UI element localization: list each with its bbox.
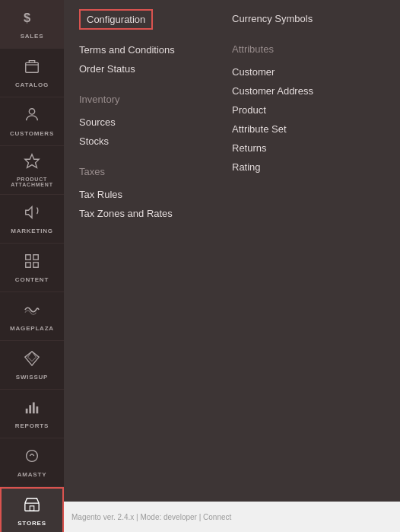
sidebar-item-amasty[interactable]: AMASTY [0, 438, 64, 487]
svg-rect-12 [33, 402, 35, 413]
svg-rect-16 [30, 506, 34, 511]
menu-left-column: Configuration Terms and Conditions Order… [79, 9, 232, 238]
sidebar-item-reports[interactable]: REPORTS [0, 390, 64, 438]
svg-text:$: $ [24, 10, 31, 24]
inventory-section-header: Inventory [79, 94, 232, 105]
taxes-section-header: Taxes [79, 166, 232, 177]
menu-section-currency: Currency Symbols [232, 9, 385, 28]
sidebar-item-content[interactable]: CONTENT [0, 244, 64, 292]
bars-icon [24, 399, 40, 419]
amasty-icon [24, 448, 40, 468]
menu-item-rating[interactable]: Rating [232, 158, 385, 177]
sidebar-item-label: SALES [21, 33, 44, 40]
main-content: Configuration Terms and Conditions Order… [64, 0, 400, 532]
sidebar-item-product-attachment[interactable]: PRODUCT ATTACHMENT [0, 146, 64, 195]
menu-right-column: Currency Symbols Attributes Customer Cus… [232, 9, 385, 238]
svg-rect-10 [26, 408, 28, 413]
menu-item-tax-rules[interactable]: Tax Rules [79, 185, 232, 204]
sidebar-item-label: CONTENT [15, 276, 49, 283]
diamond-icon [24, 350, 40, 371]
sidebar-item-label: AMASTY [17, 471, 47, 478]
menu-item-stocks[interactable]: Stocks [79, 132, 232, 151]
sidebar-item-label: CUSTOMERS [10, 130, 54, 137]
svg-rect-5 [33, 254, 38, 259]
menu-item-terms-conditions[interactable]: Terms and Conditions [79, 40, 232, 59]
person-icon [24, 107, 40, 127]
grid-icon [24, 253, 40, 273]
sidebar-item-label: CATALOG [15, 81, 49, 88]
sidebar-item-stores[interactable]: STORES [0, 487, 64, 532]
sidebar-item-label: PRODUCT ATTACHMENT [3, 177, 61, 187]
sidebar-item-catalog[interactable]: CATALOG [0, 49, 64, 97]
star-icon [24, 153, 40, 174]
sidebar-item-label: MARKETING [11, 228, 53, 234]
svg-marker-8 [25, 351, 39, 365]
menu-item-product[interactable]: Product [232, 100, 385, 119]
menu-item-attribute-set[interactable]: Attribute Set [232, 119, 385, 139]
sidebar-item-mageplaza[interactable]: MAGEPLAZA [0, 292, 64, 341]
svg-rect-15 [25, 503, 39, 511]
menu-item-customer[interactable]: Customer [232, 62, 385, 81]
sidebar-item-label: REPORTS [15, 422, 49, 429]
sidebar: $ SALES CATALOG CUSTOMERS PRODUCT ATTACH… [0, 0, 64, 532]
svg-marker-3 [25, 155, 39, 167]
sidebar-item-label: SWISSUP [16, 374, 49, 381]
sidebar-item-marketing[interactable]: MARKETING [0, 195, 64, 244]
menu-section-inventory: Inventory Sources Stocks [79, 94, 232, 151]
bottom-bar: Magento ver. 2.4.x | Mode: developer | C… [64, 502, 400, 532]
svg-rect-7 [33, 262, 38, 266]
dollar-icon: $ [24, 9, 40, 30]
menu-item-configuration[interactable]: Configuration [79, 9, 153, 30]
attributes-section-header: Attributes [232, 43, 385, 55]
menu-item-returns[interactable]: Returns [232, 139, 385, 158]
wave-icon [24, 301, 40, 322]
sidebar-item-label: MAGEPLAZA [10, 325, 54, 332]
menu-item-order-status[interactable]: Order Status [79, 59, 232, 78]
bottom-bar-text: Magento ver. 2.4.x | Mode: developer | C… [71, 513, 231, 521]
svg-rect-1 [26, 62, 39, 72]
menu-item-currency-symbols[interactable]: Currency Symbols [232, 9, 385, 28]
menu-panel: Configuration Terms and Conditions Order… [64, 0, 400, 247]
svg-rect-6 [26, 262, 30, 266]
svg-rect-13 [37, 406, 39, 413]
store-icon [24, 496, 40, 517]
menu-section-attributes: Attributes Customer Customer Address Pro… [232, 43, 385, 177]
megaphone-icon [24, 204, 40, 225]
sidebar-item-sales[interactable]: $ SALES [0, 0, 64, 49]
menu-item-customer-address[interactable]: Customer Address [232, 81, 385, 100]
menu-section-taxes: Taxes Tax Rules Tax Zones and Rates [79, 166, 232, 223]
svg-rect-4 [26, 254, 30, 259]
svg-point-2 [29, 108, 34, 113]
sidebar-item-swissup[interactable]: SWISSUP [0, 341, 64, 390]
svg-point-14 [27, 450, 38, 461]
menu-item-sources[interactable]: Sources [79, 113, 232, 132]
box-icon [24, 58, 40, 78]
menu-section-settings: Configuration Terms and Conditions Order… [79, 9, 232, 78]
menu-columns: Configuration Terms and Conditions Order… [79, 9, 385, 238]
menu-item-tax-zones-rates[interactable]: Tax Zones and Rates [79, 204, 232, 223]
svg-marker-9 [28, 351, 37, 361]
sidebar-item-customers[interactable]: CUSTOMERS [0, 97, 64, 146]
sidebar-item-label: STORES [17, 520, 46, 527]
svg-rect-11 [29, 405, 31, 413]
